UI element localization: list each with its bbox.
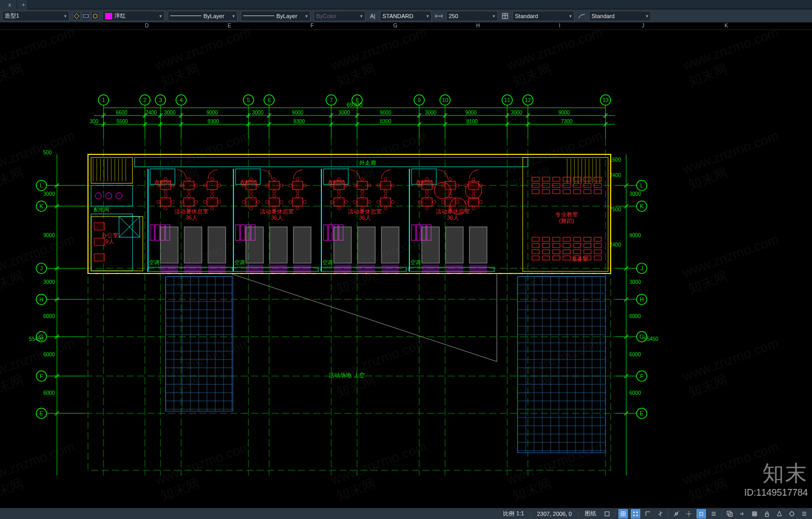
svg-rect-385 — [329, 225, 333, 240]
svg-rect-419 — [422, 181, 432, 190]
lineweight-display-button[interactable] — [709, 509, 718, 518]
svg-rect-519 — [573, 190, 581, 194]
layer-iso-icon[interactable] — [82, 12, 90, 20]
layer-tools — [72, 12, 99, 20]
otrack-button[interactable] — [684, 509, 693, 518]
svg-point-310 — [303, 200, 306, 204]
svg-rect-545 — [553, 256, 560, 260]
svg-rect-533 — [573, 243, 581, 248]
svg-rect-520 — [584, 190, 591, 194]
svg-point-196 — [95, 193, 101, 199]
svg-point-232 — [171, 200, 174, 204]
svg-point-438 — [425, 207, 429, 210]
svg-text:9000: 9000 — [380, 110, 392, 116]
svg-point-436 — [433, 200, 436, 204]
svg-point-297 — [296, 190, 299, 193]
svg-rect-270 — [208, 227, 226, 263]
scale-readout[interactable]: 比例 1:1 — [500, 510, 527, 517]
menu-button[interactable] — [800, 509, 809, 518]
lineweight-combo[interactable]: ByLayer ▾ — [241, 11, 311, 21]
svg-text:6000: 6000 — [43, 352, 55, 357]
svg-rect-338 — [293, 227, 311, 263]
svg-text:3000: 3000 — [338, 110, 350, 116]
plus-icon: + — [22, 2, 25, 8]
svg-rect-452 — [411, 225, 416, 240]
svg-point-427 — [449, 178, 452, 181]
svg-rect-220 — [184, 181, 194, 190]
svg-rect-456 — [422, 227, 439, 263]
svg-point-306 — [273, 194, 276, 197]
svg-text:9000: 9000 — [465, 110, 477, 116]
svg-rect-506 — [584, 177, 591, 181]
lock-ui-button[interactable] — [762, 509, 772, 518]
document-tab[interactable]: x — [0, 0, 17, 9]
ruler-mark: K — [725, 23, 728, 28]
textstyle-combo[interactable]: STANDARD ▾ — [380, 11, 432, 21]
layer-states-icon[interactable] — [72, 12, 81, 20]
tablestyle-combo[interactable]: Standard ▾ — [512, 11, 574, 21]
svg-rect-536 — [532, 250, 539, 254]
dimstyle-combo[interactable]: 250 ▾ — [446, 11, 498, 21]
snap-mode-button[interactable] — [631, 509, 640, 518]
svg-rect-525 — [563, 237, 570, 241]
layer-combo[interactable]: 造型1 ▾ — [2, 11, 69, 21]
svg-text:G: G — [640, 334, 644, 340]
svg-rect-235 — [184, 198, 194, 206]
svg-text:准备室: 准备室 — [571, 256, 588, 262]
dim-style-icon[interactable] — [435, 12, 443, 20]
svg-rect-252 — [160, 227, 178, 263]
svg-rect-537 — [542, 250, 550, 254]
svg-text:专业教室: 专业教室 — [555, 211, 578, 218]
customize-button[interactable] — [787, 509, 796, 518]
svg-point-379 — [384, 194, 387, 197]
svg-point-237 — [195, 200, 198, 204]
svg-rect-544 — [542, 256, 550, 260]
svg-rect-522 — [532, 237, 539, 241]
svg-text:55450: 55450 — [644, 336, 658, 342]
svg-text:空调: 空调 — [322, 260, 333, 265]
svg-text:8300: 8300 — [380, 119, 392, 124]
ortho-button[interactable] — [643, 509, 653, 518]
document-tab-close[interactable]: x — [8, 2, 11, 8]
selection-cycling-button[interactable] — [725, 509, 734, 518]
paper-toggle[interactable]: 图纸 — [582, 510, 599, 517]
svg-rect-546 — [563, 256, 570, 260]
paper-dropdown-icon[interactable] — [602, 509, 612, 518]
svg-text:F: F — [40, 373, 43, 379]
svg-text:9人: 9人 — [105, 238, 114, 244]
svg-rect-261 — [184, 227, 202, 263]
svg-text:2400: 2400 — [610, 172, 622, 178]
svg-point-378 — [391, 200, 394, 204]
drawing-viewport[interactable]: 1234567891011121369300660024003000900030… — [0, 30, 812, 507]
svg-text:活动兼休息室: 活动兼休息室 — [348, 208, 382, 214]
table-style-icon[interactable] — [501, 12, 509, 20]
mleader-style-icon[interactable] — [578, 12, 586, 20]
layer-prev-icon[interactable] — [91, 12, 99, 20]
dyn-input-button[interactable] — [737, 509, 747, 518]
new-tab-button[interactable]: + — [17, 0, 28, 9]
svg-point-359 — [361, 178, 364, 181]
polar-button[interactable] — [656, 509, 665, 518]
svg-rect-465 — [446, 227, 463, 263]
annotation-scale-button[interactable] — [775, 509, 784, 518]
svg-rect-230 — [160, 198, 171, 206]
svg-text:K: K — [640, 203, 644, 209]
grid-display-button[interactable] — [750, 509, 759, 518]
linetype-combo[interactable]: ByLayer ▾ — [168, 11, 238, 21]
color-combo[interactable]: 洋红 ▾ — [102, 11, 165, 21]
svg-point-448 — [472, 207, 475, 210]
svg-point-437 — [425, 194, 429, 197]
chevron-down-icon: ▾ — [360, 13, 363, 19]
mleaderstyle-combo[interactable]: Standard ▾ — [589, 11, 651, 21]
chevron-down-icon: ▾ — [64, 13, 67, 19]
svg-text:12: 12 — [525, 97, 531, 103]
svg-text:8300: 8300 — [293, 119, 305, 124]
text-style-icon[interactable]: A| — [368, 12, 377, 20]
plotstyle-combo[interactable]: ByColor ▾ — [314, 11, 365, 21]
osnap-button[interactable] — [672, 509, 681, 518]
svg-rect-664 — [765, 514, 769, 516]
object-snap-button[interactable] — [697, 509, 706, 518]
snap-grid-button[interactable] — [618, 509, 628, 518]
brand-id: ID:1149517784 — [744, 487, 808, 498]
separator — [530, 510, 531, 517]
